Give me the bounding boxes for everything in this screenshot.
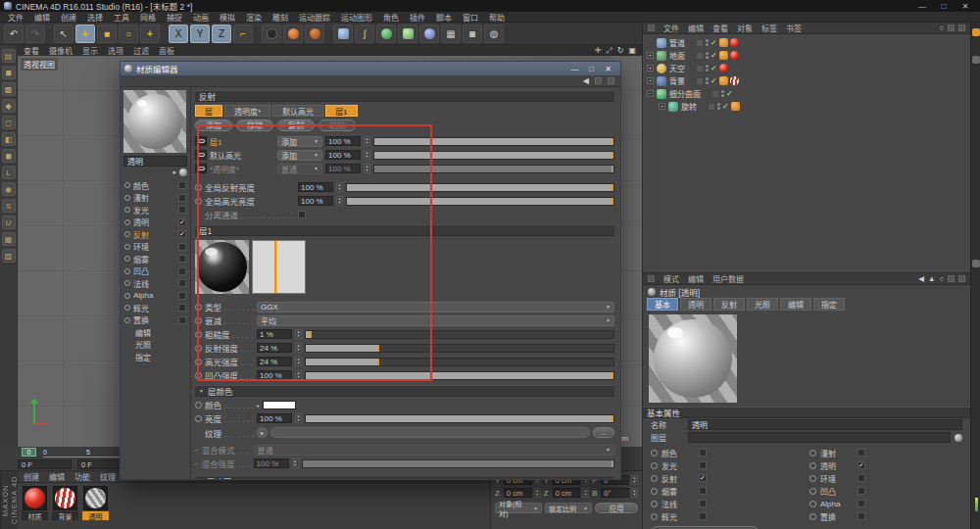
spinner[interactable] xyxy=(631,488,638,498)
layer-row-layer1[interactable]: 层1 添加 100 % xyxy=(195,135,614,147)
layer-toggle-icon[interactable] xyxy=(696,39,704,47)
dock-tab-icon[interactable] xyxy=(972,28,980,36)
object-name[interactable]: 管道 xyxy=(669,37,685,48)
vp-maximize-icon[interactable]: ▣ xyxy=(628,46,636,56)
vp-menu-display[interactable]: 显示 xyxy=(82,45,98,56)
tab-assign[interactable]: 指定 xyxy=(813,298,845,311)
undo-icon[interactable]: ↶ xyxy=(4,24,24,43)
layer-blend-dropdown[interactable]: 添加 xyxy=(277,150,322,161)
panel-menu-icon[interactable] xyxy=(648,24,655,31)
visibility-dots-icon[interactable] xyxy=(706,65,709,72)
last-tool-icon[interactable]: + xyxy=(140,24,160,43)
object-row-pipe[interactable]: 管道 ✓ xyxy=(643,36,970,49)
global-reflection-value[interactable]: 100 % xyxy=(298,182,333,192)
modifier-icon[interactable] xyxy=(398,24,417,43)
snap-icon[interactable]: S xyxy=(2,199,16,213)
channel-checkbox[interactable] xyxy=(858,474,865,482)
bump-strength-value[interactable]: 100 % xyxy=(257,370,292,380)
texture-browse-button[interactable]: ... xyxy=(593,427,614,438)
channel-assign[interactable]: 指定 xyxy=(123,351,187,363)
object-row-lathe[interactable]: + 旋转 ✓ xyxy=(643,100,970,113)
dialog-maximize-button[interactable]: □ xyxy=(583,65,600,73)
menu-select[interactable]: 选择 xyxy=(87,12,103,23)
am-menu-userdata[interactable]: 用户数据 xyxy=(712,273,744,284)
om-menu-view[interactable]: 查看 xyxy=(712,23,728,33)
om-menu-edit[interactable]: 编辑 xyxy=(688,23,704,33)
maximize-button[interactable]: □ xyxy=(933,2,955,11)
material-tag-red-icon[interactable] xyxy=(719,64,728,72)
channel-environment[interactable]: 环境 xyxy=(123,241,187,254)
menu-snap[interactable]: 捕捉 xyxy=(167,12,182,23)
layer-texture-preview[interactable] xyxy=(252,240,306,294)
mat-menu-edit[interactable]: 编辑 xyxy=(49,471,65,482)
object-name[interactable]: 地面 xyxy=(669,50,685,61)
frame-start-field[interactable]: 0 F xyxy=(18,459,72,469)
scale-tool-icon[interactable]: ■ xyxy=(97,24,117,43)
spinner[interactable] xyxy=(295,413,302,423)
channel-normal[interactable]: 法线 xyxy=(123,277,187,290)
spinner[interactable] xyxy=(364,136,370,146)
menu-motion-tracker[interactable]: 运动跟踪 xyxy=(299,12,330,23)
enabled-check-icon[interactable]: ✓ xyxy=(722,102,729,111)
am-menu-mode[interactable]: 模式 xyxy=(663,273,679,284)
visibility-icon[interactable] xyxy=(195,150,207,160)
apply-button[interactable]: 应用 xyxy=(595,503,638,513)
global-specular-value[interactable]: 100 % xyxy=(298,196,333,206)
rotate-tool-icon[interactable]: ○ xyxy=(119,24,138,43)
current-frame-marker[interactable]: 0 xyxy=(22,448,36,457)
spinner[interactable] xyxy=(295,343,302,353)
channel-checkbox[interactable] xyxy=(178,255,186,263)
spinner[interactable] xyxy=(295,357,302,366)
history-back-icon[interactable]: ◀ xyxy=(583,76,589,85)
layer-opacity-value[interactable]: 100 % xyxy=(325,136,361,146)
vp-menu-panel[interactable]: 面板 xyxy=(159,45,174,56)
channel-fog[interactable]: 烟雾 xyxy=(123,253,187,265)
om-menu-file[interactable]: 文件 xyxy=(663,23,679,33)
menu-mesh[interactable]: 网格 xyxy=(140,12,156,23)
om-menu-tags[interactable]: 标签 xyxy=(761,23,777,33)
phong-tag-icon[interactable] xyxy=(719,51,728,60)
visibility-dots-icon[interactable] xyxy=(721,90,724,97)
minimize-button[interactable]: — xyxy=(911,2,933,11)
primitive-cube-icon[interactable] xyxy=(333,24,353,43)
layer-toggle-icon[interactable] xyxy=(708,103,715,111)
vp-pan-icon[interactable]: ✛ xyxy=(595,46,602,56)
generator-icon[interactable] xyxy=(376,24,396,43)
light-icon[interactable]: ◍ xyxy=(484,24,504,43)
layer-blend-dropdown[interactable]: 添加 xyxy=(277,136,322,147)
layer-name[interactable]: 默认高光 xyxy=(210,150,274,161)
color-swatch[interactable] xyxy=(263,401,296,409)
global-reflection-row[interactable]: 全局反射亮度 100 % xyxy=(195,181,614,193)
layer-toggle-icon[interactable] xyxy=(696,77,704,85)
edge-mode-icon[interactable]: ◧ xyxy=(2,132,16,146)
workplane-icon[interactable]: ▦ xyxy=(2,232,16,246)
layer-row-transparency[interactable]: *透明度* 普通 100 % xyxy=(195,163,614,174)
y-axis-lock-icon[interactable]: Y xyxy=(190,24,210,43)
point-mode-icon[interactable]: ◻ xyxy=(2,116,16,129)
menu-create[interactable]: 创建 xyxy=(61,12,76,23)
channel-checkbox[interactable] xyxy=(178,267,186,275)
deformer-icon[interactable] xyxy=(419,24,439,43)
am-menu-edit[interactable]: 编辑 xyxy=(688,273,704,284)
material-tag-stripe-icon[interactable] xyxy=(730,76,739,85)
layer-opacity-slider[interactable] xyxy=(373,165,614,173)
material-item-selected[interactable]: 透明 xyxy=(82,486,109,520)
texture-field[interactable] xyxy=(270,427,590,438)
enabled-check-icon[interactable]: ✓ xyxy=(710,64,717,72)
attenuation-dropdown[interactable]: 平均 xyxy=(257,315,614,326)
menu-window[interactable]: 窗口 xyxy=(463,12,478,23)
tab-layers[interactable]: 层 xyxy=(195,105,222,117)
channel-checkbox[interactable] xyxy=(699,474,707,482)
channel-checkbox[interactable] xyxy=(858,512,865,520)
expand-arrow-icon[interactable]: ▸ xyxy=(257,402,260,409)
menu-render[interactable]: 渲染 xyxy=(246,12,262,23)
close-button[interactable]: ✕ xyxy=(955,2,976,11)
menu-help[interactable]: 帮助 xyxy=(489,12,505,23)
channel-color[interactable]: 颜色 xyxy=(123,179,187,192)
menu-plugins[interactable]: 插件 xyxy=(410,12,425,23)
model-mode-icon[interactable]: ◼ xyxy=(2,66,16,79)
global-specular-row[interactable]: 全局高光亮度 100 % xyxy=(195,195,614,207)
menu-script[interactable]: 脚本 xyxy=(436,12,452,23)
axis-mode-icon[interactable]: L xyxy=(2,166,16,179)
panel-config-icon[interactable] xyxy=(958,275,965,282)
